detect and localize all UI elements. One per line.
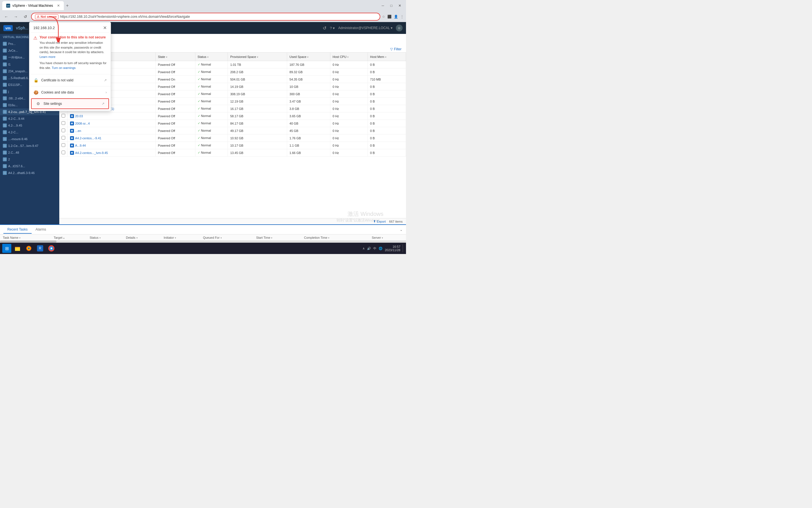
address-box[interactable]: ⚠ Not secure https://192.168.10.2/ui/#?e…	[31, 13, 380, 20]
extensions-icon[interactable]: ⬛	[387, 15, 392, 19]
filter-button[interactable]: ▽ Filter	[390, 47, 401, 51]
tasks-col-queued[interactable]: Queued For ▾	[200, 235, 253, 241]
row-select-10[interactable]	[61, 136, 65, 139]
row-select-8[interactable]	[61, 121, 65, 125]
turn-on-warnings-link[interactable]: Turn on warnings	[52, 66, 76, 70]
row-checkbox-12[interactable]	[59, 149, 68, 157]
table-row[interactable]: ▣ A...9.44 Powered Off ✓ Normal 10.17 GB…	[59, 142, 406, 149]
refresh-button[interactable]: ↺	[323, 26, 326, 31]
tab-recent-tasks[interactable]: Recent Tasks	[3, 226, 32, 234]
bookmark-icon[interactable]: ☆	[382, 15, 385, 19]
col-host-mem[interactable]: Host Mem ▾	[368, 52, 406, 61]
table-row[interactable]: ▣ ...er_... Powered Off ✓ Normal 208.2 G…	[59, 69, 406, 76]
tasks-col-status[interactable]: Status ▾	[87, 235, 123, 241]
row-checkbox-10[interactable]	[59, 134, 68, 142]
taskbar-app2[interactable]: R	[35, 243, 45, 253]
tasks-col-name[interactable]: Task Name ▾	[0, 235, 51, 241]
table-row[interactable]: ▣ 20.03 Powered Off ✓ Normal 58.17 GB 3.…	[59, 113, 406, 120]
vm-name-text-7[interactable]: 20.03	[75, 115, 83, 118]
minimize-button[interactable]: ─	[379, 2, 387, 10]
table-row[interactable]: ▣ ...en Powered Off ✓ Normal 49.17 GB 45…	[59, 127, 406, 134]
sidebar-item-18[interactable]: □ A...tOS7.6...	[0, 163, 59, 170]
sidebar-item-19[interactable]: □ A4.2...dhat6.3-9.46	[0, 170, 59, 176]
table-row[interactable]: ▣ A4.2-centos...-9.41 Powered Off ✓ Norm…	[59, 134, 406, 142]
taskbar-chrome[interactable]	[46, 243, 56, 253]
table-row[interactable]: ▣ ...licen... Powered On ✓ Normal 504.01…	[59, 76, 406, 83]
close-button[interactable]: ✕	[396, 2, 404, 10]
user-name: Administrator@VSPHERE.LOCAL	[338, 26, 390, 30]
row-checkbox-9[interactable]	[59, 127, 68, 134]
tasks-col-target[interactable]: Target ▴	[51, 235, 87, 241]
vm-name-text-12[interactable]: A4.2-centos..._lvm-9.45	[75, 151, 108, 155]
vm-name-text-8[interactable]: 2008-sr...4	[75, 122, 90, 125]
col-used[interactable]: Used Space ▾	[287, 52, 330, 61]
profile-icon[interactable]: 👤	[394, 15, 398, 19]
table-row[interactable]: ▣ New_Jen... Powered Off ✓ Normal 1.01 T…	[59, 61, 406, 69]
sidebar-item-17[interactable]: □ 2	[0, 156, 59, 163]
taskbar-clock[interactable]: 16:57 2023/11/28	[385, 245, 400, 252]
tasks-col-details[interactable]: Details ▾	[123, 235, 161, 241]
table-row[interactable]: ▣ ...snapshot Powered Off ✓ Normal 308.1…	[59, 90, 406, 98]
table-row[interactable]: ▣ Powered Off ✓ Normal 14.19 GB 10 GB 0 …	[59, 83, 406, 90]
row-checkbox-11[interactable]	[59, 142, 68, 149]
taskbar-firefox[interactable]	[24, 243, 34, 253]
tab-close-button[interactable]: ✕	[57, 4, 60, 8]
sys-tray-network[interactable]: 🌐	[379, 247, 383, 250]
sidebar-item-15[interactable]: □ 1.2-Ce...S7...lvm-9.47	[0, 142, 59, 149]
sidebar-item-14[interactable]: □ ...-mount-9.46	[0, 136, 59, 142]
tasks-col-initiator[interactable]: Initiator ▾	[161, 235, 200, 241]
row-checkbox-8[interactable]	[59, 120, 68, 127]
table-row[interactable]: ▣ 145-SLESI1SP3_6G-lvm (1) Powered Off ✓…	[59, 105, 406, 113]
user-avatar[interactable]: ☺	[396, 25, 402, 31]
tasks-col-server[interactable]: Server ▾	[369, 235, 406, 241]
vm-name-text-9[interactable]: ...en	[75, 129, 81, 132]
sidebar-item-11[interactable]: □ 4.2-C...9.44	[0, 115, 59, 122]
sidebar-item-12[interactable]: □ 4.2-...9.45	[0, 122, 59, 129]
col-status[interactable]: Status ▾	[195, 52, 228, 61]
certificate-menu-item[interactable]: 🔒 Certificate is not valid ↗	[29, 76, 111, 85]
help-button[interactable]: ? ▾	[330, 26, 335, 30]
user-info[interactable]: Administrator@VSPHERE.LOCAL ▾	[338, 26, 392, 30]
scrollbar-thumb[interactable]	[0, 241, 56, 243]
forward-button[interactable]: →	[12, 13, 20, 20]
learn-more-link[interactable]: Learn more	[40, 55, 55, 58]
start-button[interactable]: ⊞	[2, 244, 11, 253]
row-select-11[interactable]	[61, 143, 65, 147]
table-row[interactable]: ▣ ...hat6.6_8G_lvm (1) Powered Off ✓ Nor…	[59, 98, 406, 105]
sys-tray-sound[interactable]: 🔊	[367, 247, 371, 250]
row-cpu-11: 0 Hz	[330, 142, 368, 149]
col-host-cpu[interactable]: Host CPU ▾	[330, 52, 368, 61]
row-select-9[interactable]	[61, 129, 65, 132]
sidebar-item-label-16: 2.C...48	[8, 151, 19, 154]
row-checkbox-7[interactable]	[59, 113, 68, 120]
sidebar-item-13[interactable]: □ 4.2-C...	[0, 129, 59, 136]
taskbar-file-explorer[interactable]	[12, 243, 22, 253]
table-row[interactable]: ▣ 2008-sr...4 Powered Off ✓ Normal 84.17…	[59, 120, 406, 127]
vm-name-text-11[interactable]: A...9.44	[75, 144, 86, 147]
tasks-col-completion[interactable]: Completion Time ▾	[301, 235, 369, 241]
new-tab-button[interactable]: +	[64, 2, 71, 9]
active-tab[interactable]: vm vSphere - Virtual Machines ✕	[2, 1, 64, 10]
vm-name-text-10[interactable]: A4.2-centos...-9.41	[75, 136, 101, 140]
show-desktop-button[interactable]	[402, 244, 404, 252]
tasks-col-start[interactable]: Start Time ▾	[253, 235, 301, 241]
col-provisioned[interactable]: Provisioned Space ▾	[228, 52, 287, 61]
cookies-menu-item[interactable]: 🍪 Cookies and site data ›	[29, 88, 111, 97]
sys-tray-ime[interactable]: 中	[373, 246, 376, 251]
sidebar-item-16[interactable]: □ 2.C...48	[0, 149, 59, 156]
export-button[interactable]: ⬆ Export	[373, 219, 386, 223]
back-button[interactable]: ←	[2, 13, 10, 20]
tab-alarms[interactable]: Alarms	[32, 226, 50, 234]
row-select-7[interactable]	[61, 114, 65, 118]
reload-button[interactable]: ↺	[21, 13, 29, 20]
expand-button[interactable]: ⌄	[400, 228, 402, 232]
menu-icon[interactable]: ⋮	[400, 15, 404, 19]
table-row[interactable]: ▣ A4.2-centos..._lvm-9.45 Powered Off ✓ …	[59, 149, 406, 157]
popup-close-button[interactable]: ✕	[103, 25, 107, 31]
row-select-12[interactable]	[61, 151, 65, 154]
maximize-button[interactable]: □	[387, 2, 395, 10]
col-state[interactable]: State ▾	[155, 52, 195, 61]
sys-tray-up[interactable]: ∧	[363, 247, 365, 250]
horizontal-scrollbar[interactable]	[0, 241, 406, 243]
site-settings-menu-item[interactable]: ⚙ Site settings ↗	[31, 98, 109, 109]
